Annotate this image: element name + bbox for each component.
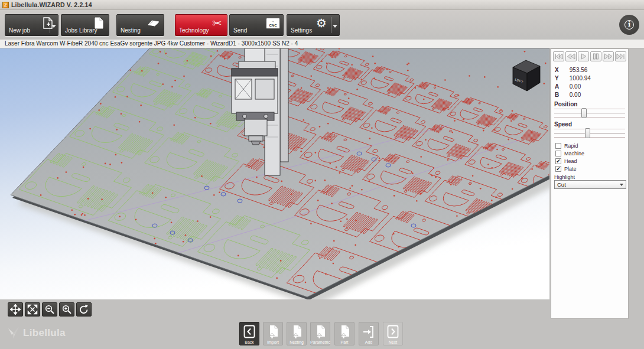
settings-button[interactable]: ⚙ Settings: [287, 14, 340, 36]
speed-slider[interactable]: [554, 128, 625, 138]
speed-label: Speed: [554, 121, 572, 128]
rewind-button[interactable]: [565, 51, 577, 61]
axis-y-value: 1000.94: [570, 75, 591, 81]
import-label: Import: [267, 340, 279, 344]
axis-a-label: A: [555, 83, 568, 90]
info-icon: i: [625, 20, 634, 30]
technology-label: Technology: [179, 27, 209, 34]
send-label: Send: [233, 27, 247, 34]
job-description-bar: Laser Fibra Warcom W-FibeR 2040 cnc EsaG…: [0, 40, 644, 48]
axis-y-label: Y: [555, 75, 568, 81]
nesting-file-icon: [290, 324, 303, 340]
pause-button[interactable]: [590, 51, 601, 61]
machine-checkbox-box[interactable]: [555, 151, 561, 156]
viewport-3d[interactable]: LEFT: [0, 48, 549, 299]
back-button[interactable]: Back: [239, 322, 259, 345]
skip-start-button[interactable]: [553, 51, 564, 61]
play-icon: [579, 53, 588, 60]
position-slider-thumb[interactable]: [581, 108, 587, 118]
nesting-sheet-icon: [147, 17, 161, 30]
rewind-icon: [567, 53, 575, 60]
nesting-label: Nesting: [121, 27, 141, 34]
app-icon: Z: [2, 2, 9, 8]
simulation-panel: X 953.56 Y 1000.94 A 0.00 B 0.00 Positio…: [551, 48, 629, 319]
plate-checkbox-box[interactable]: ✔: [555, 166, 561, 172]
pan-button[interactable]: [8, 302, 23, 317]
part-label: Part: [341, 340, 349, 344]
part-button[interactable]: Part: [334, 322, 354, 345]
back-label: Back: [245, 340, 254, 344]
chevron-down-icon: [620, 184, 623, 186]
pan-icon: [10, 304, 21, 315]
skip-end-button[interactable]: [615, 51, 626, 61]
info-button[interactable]: i: [619, 15, 639, 35]
head-checkbox[interactable]: ✔ Head: [555, 158, 577, 165]
nesting-button[interactable]: Nesting: [116, 14, 164, 36]
add-label: Add: [365, 340, 372, 344]
divider: [50, 17, 50, 33]
fast-forward-button[interactable]: [603, 51, 614, 61]
new-job-button[interactable]: New job: [5, 14, 58, 36]
axis-b-label: B: [555, 92, 568, 98]
new-job-dropdown-arrow[interactable]: [51, 25, 56, 28]
zoom-out-icon: [44, 304, 55, 315]
highlight-label: Highlight: [554, 174, 575, 180]
fit-view-button[interactable]: [25, 302, 40, 317]
nesting-nav-button[interactable]: Nesting: [287, 322, 307, 345]
divider: [331, 17, 331, 33]
head-checkbox-box[interactable]: ✔: [555, 158, 561, 164]
highlight-dropdown[interactable]: Cut: [554, 180, 626, 189]
plate-checkbox[interactable]: ✔ Plate: [555, 165, 577, 172]
tick-line: [554, 109, 625, 109]
axis-x-value: 953.56: [570, 67, 588, 73]
fast-forward-icon: [604, 53, 613, 60]
technology-button[interactable]: ✂ Technology: [175, 14, 227, 36]
add-to-job-icon: [362, 324, 375, 340]
position-label: Position: [554, 101, 577, 107]
window-title: Libellula.WIZARD V. 2.2.14: [11, 1, 92, 8]
libellula-logo: Libellula: [7, 326, 66, 340]
parametric-button[interactable]: Parametric: [310, 322, 330, 345]
title-bar: Z Libellula.WIZARD V. 2.2.14: [0, 0, 644, 10]
jobs-library-button[interactable]: Jobs Library: [61, 14, 109, 36]
import-button[interactable]: Import: [263, 322, 283, 345]
axis-x-label: X: [555, 67, 568, 73]
send-button[interactable]: →CNC Send: [229, 14, 284, 36]
rotate-view-button[interactable]: [76, 302, 92, 317]
next-button[interactable]: Next: [383, 322, 403, 345]
axis-a-value: 0.00: [570, 83, 581, 90]
import-file-icon: [266, 324, 279, 340]
rapid-checkbox-box[interactable]: [555, 143, 561, 149]
send-to-cnc-icon: →CNC: [266, 17, 280, 30]
app-window: Z Libellula.WIZARD V. 2.2.14 New job Job…: [0, 0, 644, 349]
axis-y-row: Y 1000.94: [555, 75, 591, 83]
axis-x-row: X 953.56: [555, 67, 587, 74]
slider-track: [554, 113, 625, 113]
rapid-checkbox-label: Rapid: [564, 143, 578, 149]
play-button[interactable]: [578, 51, 589, 61]
position-slider[interactable]: [554, 108, 625, 118]
back-icon: [243, 324, 256, 340]
machine-checkbox[interactable]: Machine: [555, 150, 584, 157]
add-button[interactable]: Add: [359, 322, 379, 345]
speed-slider-thumb[interactable]: [585, 128, 590, 138]
next-icon: [386, 324, 399, 340]
zoom-in-icon: [61, 304, 72, 315]
parametric-file-icon: [314, 324, 327, 340]
axis-b-value: 0.00: [570, 92, 581, 98]
fit-view-icon: [27, 304, 38, 315]
skip-start-icon: [554, 53, 563, 60]
main-toolbar: New job Jobs Library Nesting ✂ Technolog…: [0, 10, 644, 40]
rapid-checkbox[interactable]: Rapid: [555, 142, 578, 149]
part-file-icon: [338, 324, 351, 340]
playback-controls: [553, 51, 626, 61]
settings-dropdown-arrow[interactable]: [333, 25, 337, 28]
dragonfly-icon: [7, 326, 20, 340]
zoom-out-button[interactable]: [42, 302, 57, 317]
head-checkbox-label: Head: [564, 158, 577, 164]
new-job-label: New job: [9, 27, 30, 34]
zoom-in-button[interactable]: [59, 302, 74, 317]
settings-label: Settings: [291, 27, 312, 34]
rotate-view-icon: [79, 304, 89, 315]
axis-a-row: A 0.00: [555, 83, 581, 91]
